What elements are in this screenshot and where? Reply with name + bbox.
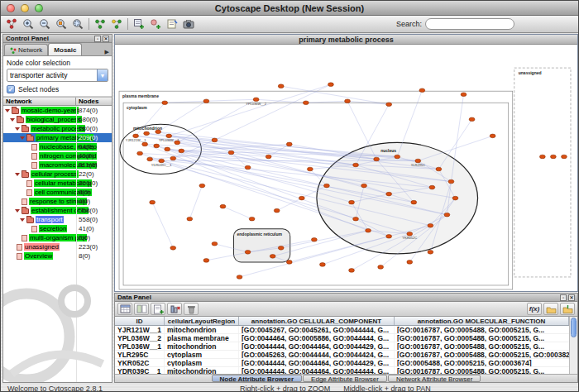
network-node[interactable]	[461, 93, 467, 97]
network-node[interactable]	[286, 261, 292, 265]
select-neighbors-button[interactable]	[108, 17, 125, 31]
network-node[interactable]	[144, 131, 150, 136]
expand-toggle-icon[interactable]	[5, 108, 11, 114]
network-node[interactable]	[142, 142, 148, 146]
network-node[interactable]	[220, 204, 226, 208]
tree-item[interactable]: secretion41(0)	[3, 224, 112, 233]
show-all-nodes-button[interactable]	[92, 17, 108, 31]
network-node[interactable]	[137, 151, 143, 155]
network-node[interactable]	[550, 155, 556, 159]
tab-overflow-arrow[interactable]: ▶	[103, 49, 111, 55]
tab-network-attribute-browser[interactable]: Network Attribute Browser	[388, 375, 481, 382]
trash-button[interactable]	[184, 303, 199, 315]
network-node[interactable]	[469, 117, 475, 122]
column-header[interactable]: ID	[115, 317, 165, 325]
expand-toggle-icon[interactable]	[15, 171, 21, 178]
network-view-title[interactable]: primary metabolic process	[115, 35, 577, 45]
network-node[interactable]	[170, 246, 176, 251]
network-node[interactable]	[324, 184, 330, 188]
network-node[interactable]	[179, 149, 184, 153]
column-header[interactable]: annotation.GO MOLECULAR_FUNCTION	[395, 317, 569, 325]
tree-item[interactable]: nitrogen compound m40(0)	[3, 151, 112, 160]
network-node[interactable]	[345, 99, 351, 103]
tree-header-network[interactable]: Network	[3, 98, 76, 105]
network-node[interactable]	[319, 263, 325, 267]
window-titlebar[interactable]: Cytoscape Desktop (New Session)	[1, 1, 578, 16]
network-node[interactable]	[203, 99, 209, 103]
snapshot-button[interactable]	[180, 17, 197, 31]
delete-attribute-button[interactable]	[167, 303, 182, 315]
table-row[interactable]: YPL036W__1mitochondrion[GO:0044444, GO:0…	[115, 342, 577, 351]
network-node[interactable]	[353, 217, 359, 221]
search-input[interactable]	[425, 18, 514, 30]
network-node[interactable]	[147, 157, 153, 161]
network-node[interactable]	[156, 130, 161, 134]
select-attributes-button[interactable]	[117, 303, 132, 315]
network-node[interactable]	[419, 88, 425, 93]
add-node-button[interactable]	[147, 17, 164, 31]
network-node[interactable]	[228, 151, 234, 155]
tab-edge-attribute-browser[interactable]: Edge Attribute Browser	[303, 375, 387, 382]
network-node[interactable]	[278, 246, 284, 251]
expand-toggle-icon[interactable]	[15, 126, 21, 132]
network-node[interactable]	[452, 196, 458, 200]
network-node[interactable]	[266, 155, 271, 159]
network-node[interactable]	[175, 141, 180, 145]
network-edge[interactable]	[214, 84, 331, 140]
network-node[interactable]	[199, 184, 205, 188]
network-node[interactable]	[270, 255, 275, 259]
tree-item[interactable]: cellular process22(0)	[3, 170, 112, 179]
network-node[interactable]	[395, 155, 400, 159]
tree-item[interactable]: primary metabolic proc209(0)	[3, 133, 112, 142]
new-attribute-button[interactable]	[151, 303, 165, 315]
zoom-fit-button[interactable]	[69, 17, 86, 31]
expand-toggle-icon[interactable]	[20, 135, 26, 141]
tree-item[interactable]: macromolecule metab311(0)	[3, 160, 112, 170]
close-panel-icon[interactable]: ✕	[103, 36, 109, 42]
tab-node-attribute-browser[interactable]: Node Attribute Browser	[212, 375, 303, 382]
table-row[interactable]: YPL036W__2plasma membrane[GO:0044464, GO…	[115, 334, 577, 342]
network-node[interactable]	[436, 167, 442, 171]
network-node[interactable]	[562, 155, 567, 159]
tree-item[interactable]: Overview8(0)	[3, 251, 112, 261]
network-node[interactable]	[378, 265, 384, 270]
network-node[interactable]	[212, 138, 218, 142]
network-node[interactable]	[328, 83, 334, 87]
expand-toggle-icon[interactable]	[15, 208, 21, 214]
annotation-button[interactable]	[164, 17, 180, 31]
network-edge[interactable]	[169, 84, 331, 136]
network-node[interactable]	[349, 269, 355, 273]
network-node[interactable]	[411, 200, 417, 204]
network-node[interactable]	[150, 200, 156, 204]
expand-toggle-icon[interactable]	[20, 217, 26, 223]
table-row[interactable]: YLR295Ccytoplasm[GO:0045263, GO:0044444,…	[115, 351, 577, 359]
network-node[interactable]	[162, 101, 168, 105]
network-node[interactable]	[237, 275, 242, 280]
zoom-selected-region-button[interactable]	[53, 17, 69, 31]
table-row[interactable]: YKR052Ccytoplasm[GO:0044444, GO:0044464,…	[115, 359, 577, 367]
network-node[interactable]	[428, 251, 433, 255]
network-node[interactable]	[428, 223, 433, 227]
tree-item[interactable]: response to stimulus4(0)	[3, 197, 112, 206]
network-node[interactable]	[366, 228, 371, 232]
tab-mosaic[interactable]: Mosaic	[48, 43, 82, 55]
network-canvas[interactable]: plasma membranecytoplasmmitochondrionnuc…	[115, 45, 577, 291]
create-network-button[interactable]	[3, 17, 20, 31]
network-node[interactable]	[274, 208, 280, 213]
network-node[interactable]	[353, 163, 359, 167]
network-node[interactable]	[303, 101, 309, 105]
network-node[interactable]	[444, 213, 450, 217]
network-node[interactable]	[165, 147, 170, 151]
export-attributes-button[interactable]	[560, 303, 575, 315]
network-edge[interactable]	[152, 203, 173, 248]
select-nodes-checkbox[interactable]: ✓	[7, 85, 15, 93]
float-panel-icon[interactable]: ▫	[560, 294, 567, 301]
network-node[interactable]	[170, 156, 176, 160]
network-edge[interactable]	[223, 207, 251, 219]
network-edge[interactable]	[189, 186, 202, 219]
tree-item[interactable]: mosaic-demo-yeast874(0)	[3, 106, 112, 115]
tree-item[interactable]: nucleobase, nucleosid64(0)	[3, 142, 112, 151]
tree-item[interactable]: unassigned223(0)	[3, 242, 112, 251]
tree-header-nodes[interactable]: Nodes	[76, 98, 98, 105]
network-node[interactable]	[386, 234, 392, 238]
